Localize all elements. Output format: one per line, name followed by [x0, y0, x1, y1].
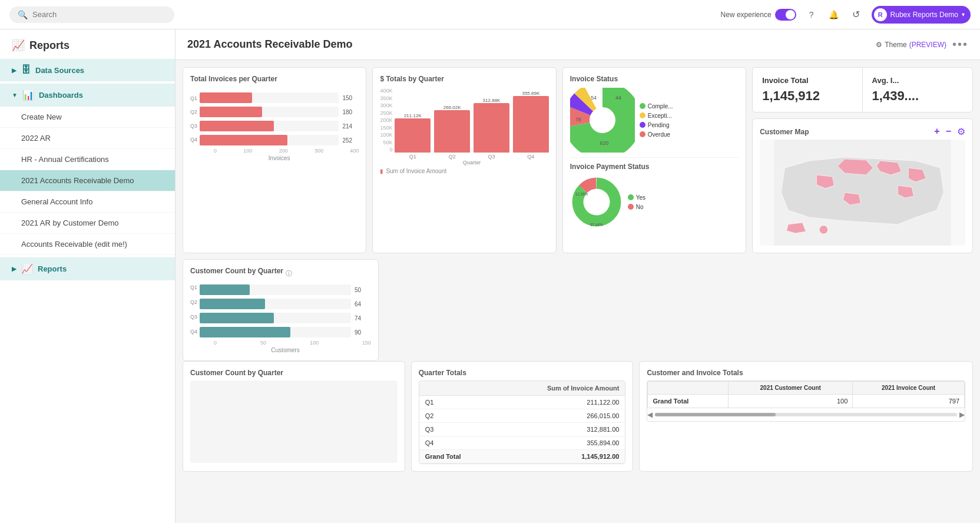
topbar: 🔍 New experience ? 🔔 ↺ R Rubex Reports D…	[0, 0, 980, 29]
customer-invoice-totals-card: Customer and Invoice Totals 2021 Custome…	[639, 361, 973, 472]
sidebar-section-dashboards: ▼ 📊 Dashboards Create New 2022 AR HR - A…	[0, 84, 175, 255]
customer-bar-q3	[200, 313, 274, 323]
hbar-q3-val: 214	[342, 123, 359, 130]
sidebar-section-datasources: ▶ 🗄 Data Sources	[0, 59, 175, 81]
sidebar-item-create-new[interactable]: Create New	[0, 107, 175, 128]
vbar-chart-wrapper: 400K 350K 300K 250K 200K 150K 100K 50K 0	[380, 88, 548, 165]
header-sum: Sum of Invoice Amount	[472, 385, 620, 392]
legend-no-dot	[628, 204, 634, 210]
scroll-right-icon[interactable]: ▶	[959, 411, 965, 419]
customer-bar-q4	[200, 327, 290, 337]
theme-button[interactable]: ⚙ Theme (PREVIEW)	[876, 41, 946, 49]
sidebar-section-datasources-header[interactable]: ▶ 🗄 Data Sources	[0, 59, 175, 81]
hbar-chart-wrapper: Q1 Q2 Q3 Q4 150 18	[190, 88, 359, 161]
sidebar-item-2022ar[interactable]: 2022 AR	[0, 128, 175, 149]
hbar-q3-wrap	[200, 121, 339, 131]
legend-overdue-label: Overdue	[648, 131, 670, 138]
invoice-total-metric: Invoice Total 1,145,912	[753, 68, 862, 112]
vbar-bar-q4	[513, 96, 549, 153]
legend-exception-label: Excepti...	[648, 112, 672, 119]
customer-count-title-row: Customer Count by Quarter ⓘ	[190, 267, 371, 280]
map-zoom-out[interactable]: −	[946, 126, 951, 137]
sidebar-item-accounts-receivable-edit[interactable]: Accounts Receivable (edit me!)	[0, 234, 175, 255]
customer-hbar: 50 64 74 90	[200, 280, 371, 353]
reports-section-icon: 📈	[21, 263, 33, 274]
hbar-q1-wrap	[200, 92, 339, 103]
new-experience-toggle[interactable]	[775, 9, 796, 21]
legend-complete: Comple...	[640, 103, 673, 110]
customer-hbar-wrapper: Q1 Q2 Q3 Q4 50 64	[190, 280, 371, 353]
table-row-q1: Q1 211,122.00	[419, 396, 625, 409]
vbar-yaxis: 400K 350K 300K 250K 200K 150K 100K 50K 0	[380, 88, 395, 153]
help-icon[interactable]: ?	[804, 8, 819, 22]
bell-icon[interactable]: 🔔	[827, 8, 841, 22]
vbar-xlabels: Q1 Q2 Q3 Q4	[395, 154, 548, 160]
user-menu[interactable]: R Rubex Reports Demo ▾	[872, 6, 971, 24]
scroll-left-icon[interactable]: ◀	[647, 411, 653, 419]
reports-section-label: Reports	[38, 264, 67, 273]
dashboards-label: Dashboards	[39, 91, 83, 100]
pie-label-pending: 54	[591, 95, 597, 101]
hbar-q4-bar	[200, 135, 287, 145]
topbar-right: New experience ? 🔔 ↺ R Rubex Reports Dem…	[721, 6, 971, 24]
search-box[interactable]: 🔍	[9, 6, 174, 23]
dashboards-arrow-icon: ▼	[12, 92, 18, 98]
dashboards-icon: 📊	[22, 90, 34, 101]
bottom-chart-placeholder	[190, 380, 398, 463]
customer-hbar-bars: 50 64 74 90	[200, 284, 371, 337]
donut-svg-wrap: 87.44% 12.56%	[570, 176, 623, 229]
sidebar-item-2021ar-customer[interactable]: 2021 AR by Customer Demo	[0, 213, 175, 234]
sidebar-section-dashboards-header[interactable]: ▼ 📊 Dashboards	[0, 84, 175, 107]
more-options-button[interactable]: •••	[952, 38, 968, 51]
scroll-bar-thumb	[655, 413, 776, 416]
customer-invoice-title: Customer and Invoice Totals	[647, 369, 965, 377]
hbar-row-q4: 252	[200, 135, 359, 145]
sidebar-item-general-account[interactable]: General Account Info	[0, 191, 175, 213]
map-zoom-in[interactable]: +	[934, 126, 939, 137]
quarter-totals-header: Sum of Invoice Amount	[419, 381, 625, 396]
customer-count-info-icon[interactable]: ⓘ	[286, 269, 292, 278]
vbar-col-q2: 266.02K	[434, 105, 470, 153]
right-column: Invoice Total 1,145,912 Avg. I... 1,439.…	[752, 67, 973, 253]
chevron-down-icon: ▾	[962, 11, 965, 18]
bottom-customer-count-title: Customer Count by Quarter	[190, 369, 398, 377]
user-name: Rubex Reports Demo	[890, 11, 958, 19]
hbar-chart: 150 180 214	[200, 88, 359, 161]
theme-icon: ⚙	[876, 41, 882, 49]
invoice-total-value: 1,145,912	[762, 88, 852, 104]
sidebar-item-hr-annual[interactable]: HR - Annual Certifications	[0, 149, 175, 170]
customer-bar-q1	[200, 284, 250, 295]
sidebar-item-2021ar-demo[interactable]: 2021 Accounts Receivable Demo	[0, 170, 175, 191]
customer-hbar-q4: 90	[200, 327, 371, 337]
map-settings[interactable]: ⚙	[957, 126, 965, 137]
totals-by-quarter-chart: $ Totals by Quarter 400K 350K 300K 250K …	[372, 67, 556, 253]
vbar-bar-q2	[434, 110, 470, 153]
legend-overdue: Overdue	[640, 131, 673, 138]
vbar-xlabel: Quarter	[395, 160, 548, 165]
hbar-q4-wrap	[200, 135, 339, 145]
donut-no-pct-label: 12.56%	[575, 192, 588, 196]
legend-overdue-dot	[640, 131, 645, 137]
preview-label: (PREVIEW)	[909, 41, 946, 49]
total-invoices-chart: Total Invoices per Quarter Q1 Q2 Q3 Q4 1…	[183, 67, 366, 253]
vbar-col-q1: 211.12K	[395, 113, 431, 153]
metrics-row: Invoice Total 1,145,912 Avg. I... 1,439.…	[752, 67, 973, 112]
avg-value: 1,439....	[872, 88, 963, 104]
invoice-table-grand-total-row: Grand Total 100 797	[648, 395, 965, 408]
main-content: 2021 Accounts Receivable Demo ⚙ Theme (P…	[176, 29, 980, 523]
new-experience-label: New experience	[721, 9, 796, 21]
map-header: Customer Map + − ⚙	[760, 126, 965, 137]
header-q	[425, 385, 472, 392]
dashboard-title: 2021 Accounts Receivable Demo	[187, 38, 352, 51]
customer-hbar-q1: 50	[200, 284, 371, 295]
customer-bar-q2	[200, 299, 265, 309]
vbar-col-q3: 312.88K	[474, 98, 509, 153]
pie-svg-wrap: 54 44 78 620	[570, 88, 635, 153]
search-input[interactable]	[32, 10, 150, 19]
history-icon[interactable]: ↺	[849, 8, 863, 22]
quarter-totals-card: Quarter Totals Sum of Invoice Amount Q1 …	[411, 361, 634, 472]
vbar-bar-q1	[395, 118, 431, 153]
pie-label-complete: 620	[600, 140, 608, 146]
customer-hbar-q2: 64	[200, 299, 371, 309]
sidebar-section-reports-header[interactable]: ▶ 📈 Reports	[0, 257, 175, 280]
